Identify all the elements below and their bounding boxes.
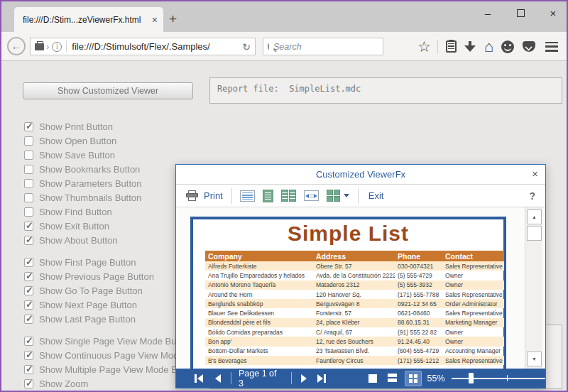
zoom-slider[interactable]: [452, 369, 545, 388]
view-mode-dropdown-icon[interactable]: [344, 194, 349, 197]
bookmarks-list-icon[interactable]: [446, 40, 457, 53]
column-header: Phone: [395, 251, 442, 261]
checkbox[interactable]: ✓: [24, 272, 33, 281]
browser-window: file:///D:/Stim...zeViewerFx.html × + – …: [0, 0, 568, 392]
check-icon: ✓: [26, 285, 33, 295]
multiple-page-view-icon[interactable]: [281, 190, 296, 202]
page-number-label[interactable]: Page 1 of 3: [239, 369, 284, 388]
table-cell: C/ Araquil, 67: [313, 327, 395, 337]
site-identity-icon[interactable]: [35, 43, 44, 50]
url-bar[interactable]: › i ↻: [30, 38, 256, 55]
maximize-button[interactable]: [514, 7, 527, 19]
table-cell: (604) 555-4729: [395, 347, 442, 356]
multiple-page-mode-icon[interactable]: [405, 371, 422, 386]
next-page-button[interactable]: [301, 374, 307, 383]
checkbox[interactable]: [24, 207, 33, 217]
checkbox[interactable]: ✓: [24, 300, 33, 310]
tab-title: file:///D:/Stim...zeViewerFx.html: [23, 15, 148, 25]
info-icon[interactable]: i: [52, 42, 62, 52]
dialog-titlebar[interactable]: Customized ViewerFx ×: [176, 165, 545, 184]
checkbox[interactable]: ✓: [24, 222, 33, 231]
search-input[interactable]: [273, 42, 389, 52]
checkbox[interactable]: ✓: [24, 379, 33, 388]
downloads-icon[interactable]: [464, 41, 476, 53]
bookmark-star-icon[interactable]: ☆: [417, 38, 431, 55]
report-table: CompanyAddressPhoneContact Alfreds Futte…: [205, 251, 504, 365]
table-row: Blauer See DelikatessenForsterstr. 57062…: [205, 308, 504, 317]
checkbox[interactable]: ✓: [24, 286, 33, 295]
continuous-view-icon[interactable]: [263, 190, 273, 202]
last-page-button[interactable]: [317, 374, 326, 383]
exit-button[interactable]: Exit: [368, 190, 384, 201]
menu-icon[interactable]: [545, 42, 558, 52]
table-cell: Antonio Moreno Taquería: [205, 281, 313, 290]
column-header: Address: [313, 251, 395, 261]
report-file-textarea[interactable]: Report file: SimpleList.mdc: [209, 77, 562, 104]
continuous-mode-icon[interactable]: [388, 374, 397, 383]
table-cell: (5) 555-3932: [395, 281, 442, 290]
slider-center-tick: [507, 375, 508, 381]
checkbox-label: Show Last Page Button: [39, 314, 136, 325]
checkbox-row[interactable]: Show Open Button: [24, 134, 213, 148]
checkbox-row[interactable]: Show Save Button: [24, 148, 213, 162]
vertical-scrollbar[interactable]: ▲ ▼: [525, 207, 542, 369]
table-cell: Bon app': [205, 337, 313, 346]
checkbox[interactable]: [24, 151, 33, 160]
table-row: Blondesddsl père et fils24, place Kléber…: [205, 318, 504, 327]
dialog-close-icon[interactable]: ×: [532, 168, 538, 180]
checkbox[interactable]: ✓: [24, 258, 33, 267]
print-button[interactable]: Print: [204, 190, 223, 201]
single-page-view-icon[interactable]: [240, 190, 255, 202]
slider-handle[interactable]: [469, 373, 474, 383]
search-bar[interactable]: [263, 38, 383, 55]
home-icon[interactable]: ⌂: [484, 40, 493, 53]
close-button[interactable]: ×: [547, 7, 559, 19]
checkbox[interactable]: [24, 179, 33, 188]
help-button[interactable]: ?: [529, 190, 535, 202]
checkbox[interactable]: [24, 193, 33, 202]
scroll-up-icon[interactable]: ▲: [527, 209, 542, 224]
reload-icon[interactable]: ↻: [242, 41, 251, 53]
checkbox-label: Show About Button: [39, 235, 118, 246]
checkbox[interactable]: ✓: [24, 365, 33, 374]
print-icon[interactable]: [186, 190, 199, 202]
previous-page-button[interactable]: [215, 374, 221, 383]
show-customized-viewer-button[interactable]: Show Customized Viewer: [23, 82, 193, 99]
column-header: Contact: [442, 251, 504, 261]
first-page-button[interactable]: [195, 374, 203, 383]
checkbox-row[interactable]: ✓Show Print Button: [24, 119, 213, 134]
table-cell: B's Beverages: [205, 356, 313, 365]
report-header-row: CompanyAddressPhoneContact: [205, 251, 504, 261]
viewer-toolbar: Print Exit ?: [176, 184, 545, 207]
browser-tab[interactable]: file:///D:/Stim...zeViewerFx.html ×: [14, 7, 163, 32]
table-cell: 23 Tsawassen Blvd.: [313, 347, 395, 356]
back-button[interactable]: ←: [7, 37, 26, 55]
table-cell: 12, rue des Bouchers: [313, 337, 395, 346]
grid-view-icon[interactable]: [327, 190, 340, 202]
checkbox-label: Show Next Page Button: [39, 300, 137, 310]
chevron-right-icon: ›: [46, 41, 49, 52]
single-page-mode-icon[interactable]: [368, 374, 377, 383]
tab-close-icon[interactable]: ×: [152, 14, 158, 26]
new-tab-button[interactable]: +: [169, 11, 177, 27]
table-cell: Marketing Manager: [442, 318, 504, 327]
table-cell: Alfreds Futterkiste: [205, 261, 313, 271]
scroll-down-icon[interactable]: ▼: [527, 352, 542, 366]
checkbox[interactable]: [24, 136, 33, 146]
check-icon: ✓: [26, 335, 33, 346]
checkbox[interactable]: ✓: [24, 337, 33, 346]
hello-smiley-icon[interactable]: [501, 40, 514, 53]
url-input[interactable]: [72, 41, 239, 52]
table-cell: Bottom-Dollar Markets: [205, 347, 313, 356]
scrollbar-thumb[interactable]: [527, 226, 542, 241]
checkbox-label: Show Exit Button: [39, 221, 109, 232]
page-width-view-icon[interactable]: [304, 190, 319, 201]
checkbox[interactable]: [24, 165, 33, 174]
checkbox[interactable]: ✓: [24, 351, 33, 360]
checkbox[interactable]: ✓: [24, 236, 33, 245]
checkbox[interactable]: ✓: [24, 315, 33, 324]
browser-titlebar: file:///D:/Stim...zeViewerFx.html × + – …: [1, 1, 567, 32]
minimize-button[interactable]: –: [481, 7, 494, 19]
pocket-icon[interactable]: [523, 41, 535, 52]
checkbox[interactable]: ✓: [24, 122, 33, 131]
